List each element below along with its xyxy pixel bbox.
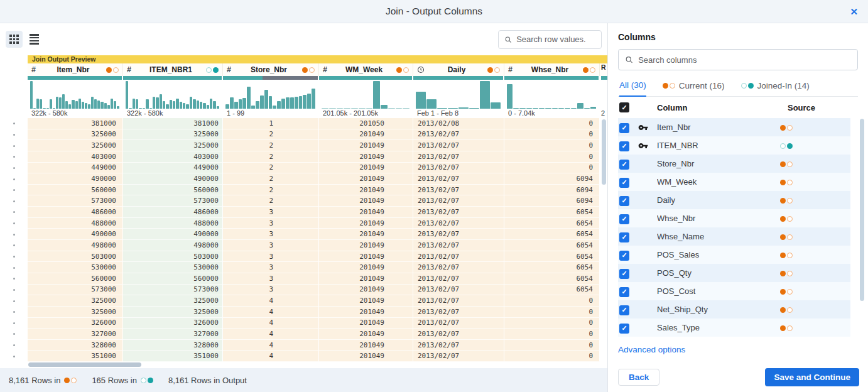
cell-Whse_Nbr[interactable]: 6094 bbox=[504, 173, 600, 185]
cell-ITEM_NBR1[interactable]: 490000 bbox=[123, 173, 223, 185]
cell-Item_Nbr[interactable]: 560000 bbox=[28, 185, 123, 196]
cell-ITEM_NBR1[interactable]: 488000 bbox=[123, 218, 223, 229]
cell-Whse_Nbr[interactable]: 6054 bbox=[504, 207, 600, 218]
table-row[interactable]: 44900044900022010492013/02/070 bbox=[0, 163, 607, 174]
table-row[interactable]: 32500032500042010492013/02/070 bbox=[0, 295, 607, 307]
back-button[interactable]: Back bbox=[618, 369, 659, 386]
cell-Store_Nbr[interactable]: 2 bbox=[223, 173, 319, 185]
histogram-Daily[interactable] bbox=[413, 80, 504, 109]
cell-Whse_Nbr[interactable]: 0 bbox=[504, 140, 600, 151]
cell-Item_Nbr[interactable]: 560000 bbox=[28, 273, 123, 285]
cell-Store_Nbr[interactable]: 2 bbox=[223, 185, 319, 196]
cell-Item_Nbr[interactable]: 325000 bbox=[28, 295, 123, 307]
cell-WM_Week[interactable]: 201049 bbox=[319, 262, 413, 273]
cell-Item_Nbr[interactable]: 328000 bbox=[28, 340, 123, 351]
table-row[interactable]: 50300050300032010492013/02/076054 bbox=[0, 251, 607, 263]
cell-Daily[interactable]: 2013/02/07 bbox=[413, 151, 504, 163]
table-row[interactable]: 53000053000032010492013/02/076054 bbox=[0, 262, 607, 273]
cell-WM_Week[interactable]: 201049 bbox=[319, 251, 413, 263]
table-row[interactable]: 56000056000032010492013/02/076054 bbox=[0, 273, 607, 285]
cell-WM_Week[interactable]: 201049 bbox=[319, 207, 413, 218]
table-row[interactable]: 40300040300022010492013/02/070 bbox=[0, 151, 607, 163]
column-list-item-Whse_Nbr[interactable]: ✓Whse_Nbr bbox=[618, 209, 850, 227]
table-row[interactable]: 48800048800032010492013/02/076054 bbox=[0, 218, 607, 229]
cell-Item_Nbr[interactable]: 498000 bbox=[28, 240, 123, 251]
cell-ITEM_NBR1[interactable]: 403000 bbox=[123, 151, 223, 163]
cell-Daily[interactable]: 2013/02/07 bbox=[413, 218, 504, 229]
cell-Whse_Nbr[interactable]: 0 bbox=[504, 307, 600, 318]
grid-view-button[interactable] bbox=[6, 31, 23, 48]
column-list-item-Whse_Name[interactable]: ✓Whse_Name bbox=[618, 227, 850, 246]
cell-Daily[interactable]: 2013/02/07 bbox=[413, 229, 504, 240]
table-row[interactable]: 32500032500022010492013/02/070 bbox=[0, 140, 607, 151]
cell-ITEM_NBR1[interactable]: 503000 bbox=[123, 251, 223, 263]
table-row[interactable]: 38100038100012010502013/02/080 bbox=[0, 118, 607, 129]
cell-WM_Week[interactable]: 201049 bbox=[319, 307, 413, 318]
cell-Store_Nbr[interactable]: 3 bbox=[223, 273, 319, 285]
table-row[interactable]: 32500032500022010492013/02/070 bbox=[0, 129, 607, 141]
cell-Whse_Nbr[interactable]: 6054 bbox=[504, 240, 600, 251]
cell-Item_Nbr[interactable]: 488000 bbox=[28, 218, 123, 229]
cell-Item_Nbr[interactable]: 327000 bbox=[28, 329, 123, 340]
column-header-Item_Nbr[interactable]: #Item_Nbr bbox=[28, 63, 123, 76]
table-row[interactable]: 49000049000032010492013/02/076054 bbox=[0, 229, 607, 240]
cell-WM_Week[interactable]: 201049 bbox=[319, 195, 413, 207]
cell-WM_Week[interactable]: 201049 bbox=[319, 218, 413, 229]
vertical-scrollbar[interactable] bbox=[602, 119, 606, 185]
cell-Daily[interactable]: 2013/02/07 bbox=[413, 185, 504, 196]
cell-WM_Week[interactable]: 201049 bbox=[319, 173, 413, 185]
cell-Whse_Nbr[interactable]: 6054 bbox=[504, 273, 600, 285]
cell-Store_Nbr[interactable]: 2 bbox=[223, 129, 319, 141]
column-list-item-POS_Sales[interactable]: ✓POS_Sales bbox=[618, 246, 850, 264]
cell-Whse_Nbr[interactable]: 0 bbox=[504, 129, 600, 141]
row-search[interactable] bbox=[498, 30, 602, 49]
column-checkbox[interactable]: ✓ bbox=[619, 232, 629, 242]
cell-Daily[interactable]: 2013/02/07 bbox=[413, 340, 504, 351]
cell-ITEM_NBR1[interactable]: 325000 bbox=[123, 295, 223, 307]
cell-Daily[interactable]: 2013/02/07 bbox=[413, 195, 504, 207]
histogram-Store_Nbr[interactable] bbox=[223, 80, 319, 109]
cell-Item_Nbr[interactable]: 325000 bbox=[28, 140, 123, 151]
cell-Item_Nbr[interactable]: 490000 bbox=[28, 229, 123, 240]
cell-Whse_Nbr[interactable]: 6054 bbox=[504, 229, 600, 240]
cell-Item_Nbr[interactable]: 490000 bbox=[28, 173, 123, 185]
cell-Store_Nbr[interactable]: 3 bbox=[223, 285, 319, 296]
cell-Whse_Nbr[interactable]: 6054 bbox=[504, 218, 600, 229]
cell-Whse_Nbr[interactable]: 0 bbox=[504, 318, 600, 329]
cell-WM_Week[interactable]: 201050 bbox=[319, 118, 413, 129]
column-list-scrollbar[interactable] bbox=[860, 119, 864, 301]
column-list-item-Store_Nbr[interactable]: ✓Store_Nbr bbox=[618, 155, 850, 173]
cell-Daily[interactable]: 2013/02/07 bbox=[413, 318, 504, 329]
cell-Store_Nbr[interactable]: 4 bbox=[223, 329, 319, 340]
cell-ITEM_NBR1[interactable]: 351000 bbox=[123, 351, 223, 362]
cell-Store_Nbr[interactable]: 4 bbox=[223, 351, 319, 362]
column-checkbox[interactable]: ✓ bbox=[619, 178, 629, 188]
cell-Store_Nbr[interactable]: 3 bbox=[223, 229, 319, 240]
cell-Store_Nbr[interactable]: 3 bbox=[223, 240, 319, 251]
cell-Item_Nbr[interactable]: 486000 bbox=[28, 207, 123, 218]
cell-ITEM_NBR1[interactable]: 328000 bbox=[123, 340, 223, 351]
cell-Item_Nbr[interactable]: 326000 bbox=[28, 318, 123, 329]
column-list-item-POS_Qty[interactable]: ✓POS_Qty bbox=[618, 264, 850, 282]
column-list-item-POS_Cost[interactable]: ✓POS_Cost bbox=[618, 282, 850, 300]
table-row[interactable]: 57300057300032010492013/02/076054 bbox=[0, 285, 607, 296]
cell-ITEM_NBR1[interactable]: 486000 bbox=[123, 207, 223, 218]
cell-ITEM_NBR1[interactable]: 325000 bbox=[123, 129, 223, 141]
cell-ITEM_NBR1[interactable]: 498000 bbox=[123, 240, 223, 251]
table-row[interactable]: 57300057300022010492013/02/076094 bbox=[0, 195, 607, 207]
cell-WM_Week[interactable]: 201049 bbox=[319, 240, 413, 251]
cell-ITEM_NBR1[interactable]: 490000 bbox=[123, 229, 223, 240]
cell-ITEM_NBR1[interactable]: 327000 bbox=[123, 329, 223, 340]
cell-WM_Week[interactable]: 201049 bbox=[319, 329, 413, 340]
histogram-Whse_Nbr[interactable] bbox=[504, 80, 600, 109]
cell-Daily[interactable]: 2013/02/07 bbox=[413, 351, 504, 362]
cell-Item_Nbr[interactable]: 573000 bbox=[28, 195, 123, 207]
cell-ITEM_NBR1[interactable]: 573000 bbox=[123, 285, 223, 296]
cell-WM_Week[interactable]: 201049 bbox=[319, 185, 413, 196]
cell-WM_Week[interactable]: 201049 bbox=[319, 318, 413, 329]
table-row[interactable]: 49000049000022010492013/02/076094 bbox=[0, 173, 607, 185]
close-icon[interactable]: ✕ bbox=[850, 7, 858, 16]
list-view-button[interactable] bbox=[25, 31, 42, 48]
cell-Whse_Nbr[interactable]: 6054 bbox=[504, 251, 600, 263]
column-checkbox[interactable]: ✓ bbox=[619, 287, 629, 297]
